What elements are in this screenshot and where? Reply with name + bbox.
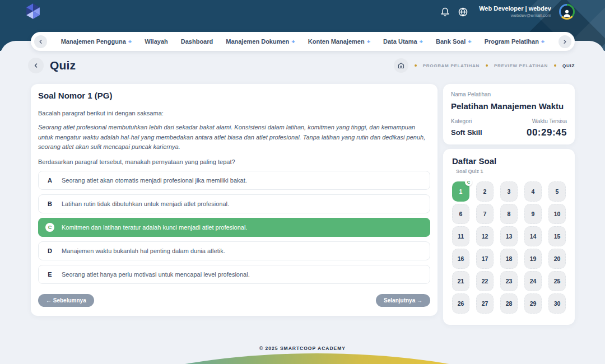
soal-number-12[interactable]: 12 xyxy=(476,226,494,246)
soal-number-3[interactable]: 3 xyxy=(500,181,518,202)
question-passage: Seorang atlet profesional membutuhkan le… xyxy=(38,123,430,152)
option-text: Manajemen waktu bukanlah hal penting dal… xyxy=(62,248,225,254)
question-card: Soal Nomor 1 (PG) Bacalah paragraf berik… xyxy=(31,84,438,316)
option-B[interactable]: BLatihan rutin tidak dibutuhkan untuk me… xyxy=(38,194,430,213)
nav-item-label: Bank Soal xyxy=(436,38,466,45)
plus-icon: + xyxy=(128,38,132,45)
soal-number-20[interactable]: 20 xyxy=(548,249,566,269)
nav-item-label: Program Pelatihan xyxy=(485,38,539,45)
question-list-subtitle: Soal Quiz 1 xyxy=(452,169,566,174)
soal-number-4[interactable]: 4 xyxy=(524,181,542,202)
back-button[interactable] xyxy=(28,58,44,73)
option-letter: E xyxy=(45,270,54,279)
user-avatar[interactable] xyxy=(559,4,575,20)
question-actions: ← Sebelumnya Selanjutnya → xyxy=(38,294,430,307)
soal-number-11[interactable]: 11 xyxy=(452,226,469,246)
soal-number-2[interactable]: 2 xyxy=(476,181,494,202)
soal-number-8[interactable]: 8 xyxy=(500,204,518,224)
breadcrumb-item-preview-pelatihan[interactable]: PREVIEW PELATIHAN xyxy=(494,63,548,68)
soal-number-5[interactable]: 5 xyxy=(548,181,566,202)
option-D[interactable]: DManajemen waktu bukanlah hal penting da… xyxy=(38,241,430,260)
user-name: Web Developer | webdev xyxy=(479,5,551,13)
soal-number-9[interactable]: 9 xyxy=(524,204,542,224)
option-C[interactable]: CKomitmen dan latihan teratur adalah kun… xyxy=(38,218,430,237)
nav-item-manajemen-dokumen[interactable]: Manajemen Dokumen+ xyxy=(226,38,295,45)
option-E[interactable]: ESeorang atlet hanya perlu motivasi untu… xyxy=(38,265,430,284)
plus-icon: + xyxy=(468,38,471,45)
nav-item-wilayah[interactable]: Wilayah xyxy=(145,38,167,45)
soal-number-10[interactable]: 10 xyxy=(548,204,566,224)
plus-icon: + xyxy=(541,38,544,45)
nav-item-label: Data Utama xyxy=(383,38,417,45)
option-A[interactable]: ASeorang atlet akan otomatis menjadi pro… xyxy=(38,171,430,190)
user-email: webdev@email.com xyxy=(479,13,551,18)
page-title: Quiz xyxy=(50,59,76,72)
nav-item-bank-soal[interactable]: Bank Soal+ xyxy=(436,38,472,45)
time-remaining-label: Waktu Tersisa xyxy=(527,118,567,124)
soal-number-23[interactable]: 23 xyxy=(500,271,518,291)
breadcrumb-dot xyxy=(554,64,556,67)
breadcrumb: PROGRAM PELATIHANPREVIEW PELATIHANQUIZ xyxy=(415,63,575,68)
nav-items: Manajemen Pengguna+WilayahDashboardManaj… xyxy=(47,38,559,45)
soal-number-21[interactable]: 21 xyxy=(452,271,469,291)
soal-number-29[interactable]: 29 xyxy=(524,293,542,314)
soal-number-28[interactable]: 28 xyxy=(500,293,518,314)
soal-number-19[interactable]: 19 xyxy=(524,249,542,269)
nav-scroll-right-button[interactable] xyxy=(559,35,571,48)
quiz-page: Web Developer | webdev webdev@email.com … xyxy=(0,0,605,364)
training-name-label: Nama Pelatihan xyxy=(451,91,567,97)
bell-icon[interactable] xyxy=(440,7,450,17)
soal-number-18[interactable]: 18 xyxy=(500,249,518,269)
question-intro: Bacalah paragraf berikut ini dengan saks… xyxy=(38,110,430,116)
soal-number-14[interactable]: 14 xyxy=(524,226,542,246)
soal-number-16[interactable]: 16 xyxy=(452,249,469,269)
nav-item-dashboard[interactable]: Dashboard xyxy=(181,38,213,45)
breadcrumb-item-program-pelatihan[interactable]: PROGRAM PELATIHAN xyxy=(423,63,480,68)
nav-item-label: Dashboard xyxy=(181,38,213,45)
question-list-title: Daftar Soal xyxy=(452,156,566,166)
primary-nav: Manajemen Pengguna+WilayahDashboardManaj… xyxy=(31,32,575,51)
soal-number-25[interactable]: 25 xyxy=(548,271,566,291)
globe-icon[interactable] xyxy=(458,7,468,17)
option-text: Seorang atlet hanya perlu motivasi untuk… xyxy=(62,271,250,278)
footer-copyright: © 2025 SMARTCOOP ACADEMY xyxy=(0,346,605,351)
question-title: Soal Nomor 1 (PG) xyxy=(38,91,430,100)
plus-icon: + xyxy=(420,38,423,45)
soal-number-24[interactable]: 24 xyxy=(524,271,542,291)
option-letter: C xyxy=(45,223,54,232)
nav-item-manajemen-pengguna[interactable]: Manajemen Pengguna+ xyxy=(61,38,132,45)
option-text: Seorang atlet akan otomatis menjadi prof… xyxy=(62,177,247,184)
nav-item-data-utama[interactable]: Data Utama+ xyxy=(383,38,423,45)
option-text: Latihan rutin tidak dibutuhkan untuk men… xyxy=(62,200,229,207)
soal-number-27[interactable]: 27 xyxy=(476,293,494,314)
nav-item-label: Manajemen Pengguna xyxy=(61,38,126,45)
home-button[interactable] xyxy=(394,58,408,73)
nav-item-konten-manajemen[interactable]: Konten Manajemen+ xyxy=(308,38,370,45)
soal-number-6[interactable]: 6 xyxy=(452,204,469,224)
breadcrumb-dot xyxy=(415,64,417,67)
option-letter: A xyxy=(45,176,54,185)
soal-number-22[interactable]: 22 xyxy=(476,271,494,291)
soal-number-15[interactable]: 15 xyxy=(548,226,566,246)
soal-number-7[interactable]: 7 xyxy=(476,204,494,224)
soal-number-13[interactable]: 13 xyxy=(500,226,518,246)
nav-item-program-pelatihan[interactable]: Program Pelatihan+ xyxy=(485,38,545,45)
soal-number-26[interactable]: 26 xyxy=(452,293,469,314)
next-button[interactable]: Selanjutnya → xyxy=(376,294,430,307)
soal-number-17[interactable]: 17 xyxy=(476,249,494,269)
category-label: Kategori xyxy=(451,118,482,124)
nav-item-label: Konten Manajemen xyxy=(308,38,365,45)
answer-options: ASeorang atlet akan otomatis menjadi pro… xyxy=(38,171,430,284)
training-info-card: Nama Pelatihan Pelatihan Manajemen Waktu… xyxy=(443,84,575,144)
category-value: Soft Skill xyxy=(451,128,482,137)
brand-logo[interactable] xyxy=(25,3,41,20)
previous-button[interactable]: ← Sebelumnya xyxy=(38,294,94,307)
training-name: Pelatihan Manajemen Waktu xyxy=(451,101,567,111)
user-info: Web Developer | webdev webdev@email.com xyxy=(479,5,551,18)
question-number-grid: 1C23456789101112131415161718192021222324… xyxy=(452,181,566,314)
nav-scroll-left-button[interactable] xyxy=(34,35,47,48)
soal-number-1[interactable]: 1C xyxy=(452,181,469,202)
option-letter: D xyxy=(45,246,54,255)
option-letter: B xyxy=(45,199,54,208)
soal-number-30[interactable]: 30 xyxy=(548,293,566,314)
